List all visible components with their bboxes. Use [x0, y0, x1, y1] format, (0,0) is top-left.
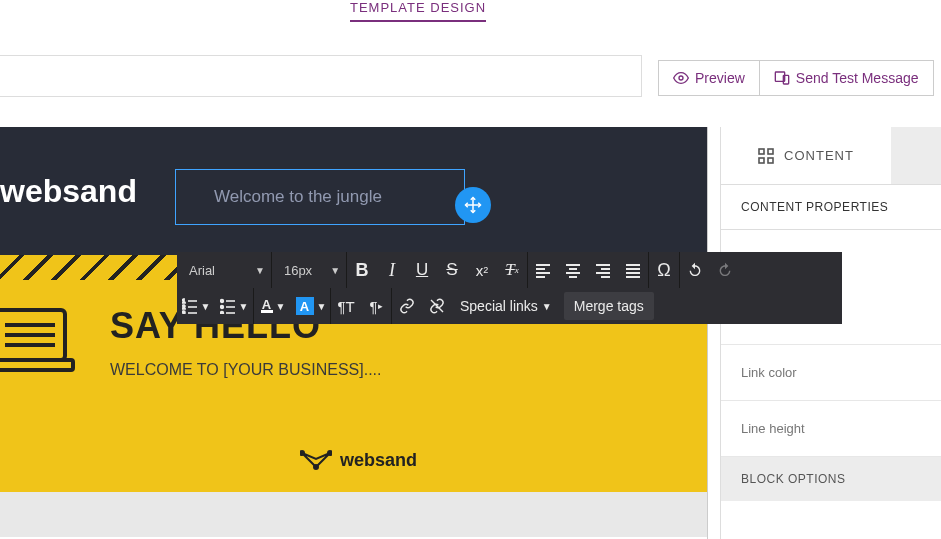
- svg-point-10: [300, 451, 304, 455]
- subject-input[interactable]: [0, 55, 642, 97]
- block-options-header: BLOCK OPTIONS: [721, 457, 941, 501]
- logo-mark-icon: [300, 449, 332, 471]
- unlink-button[interactable]: [422, 288, 452, 324]
- grey-block[interactable]: [0, 492, 707, 537]
- svg-rect-9: [0, 360, 73, 370]
- line-height-row[interactable]: Line height: [721, 401, 941, 457]
- laptop-icon: [0, 300, 85, 400]
- tab-content[interactable]: CONTENT: [721, 127, 891, 184]
- chevron-down-icon: ▼: [542, 301, 552, 312]
- svg-rect-43: [768, 149, 773, 154]
- ordered-list-button[interactable]: 123▼: [177, 288, 215, 324]
- chevron-down-icon: ▼: [330, 265, 340, 276]
- footer-logo-text: websand: [340, 450, 417, 471]
- link-color-row[interactable]: Link color: [721, 345, 941, 401]
- underline-button[interactable]: U: [407, 252, 437, 288]
- special-char-button[interactable]: Ω: [649, 252, 679, 288]
- move-handle[interactable]: [455, 187, 491, 223]
- svg-point-36: [220, 306, 223, 309]
- redo-button[interactable]: [710, 252, 740, 288]
- strikethrough-button[interactable]: S: [437, 252, 467, 288]
- chevron-down-icon: ▼: [276, 301, 286, 312]
- merge-tags-button[interactable]: Merge tags: [564, 292, 654, 320]
- preview-button[interactable]: Preview: [658, 60, 759, 96]
- svg-point-37: [220, 312, 223, 314]
- chevron-down-icon: ▼: [239, 301, 249, 312]
- footer-logo: websand: [300, 449, 417, 471]
- svg-point-11: [328, 451, 332, 455]
- grid-icon: [758, 148, 774, 164]
- content-properties-header: CONTENT PROPERTIES: [721, 185, 941, 230]
- svg-rect-44: [759, 158, 764, 163]
- svg-point-35: [220, 300, 223, 303]
- highlight-color-button[interactable]: A▼: [292, 288, 330, 324]
- send-test-button[interactable]: Send Test Message: [759, 60, 934, 96]
- bold-button[interactable]: B: [347, 252, 377, 288]
- font-family-select[interactable]: Arial▼: [177, 252, 272, 288]
- align-right-button[interactable]: [588, 252, 618, 288]
- unordered-list-button[interactable]: ▼: [215, 288, 253, 324]
- undo-button[interactable]: [680, 252, 710, 288]
- svg-point-0: [679, 76, 683, 80]
- font-color-button[interactable]: A▼: [254, 288, 292, 324]
- eye-icon: [673, 70, 689, 86]
- chevron-down-icon: ▼: [255, 265, 265, 276]
- tab-other[interactable]: [891, 127, 941, 184]
- svg-point-12: [314, 465, 318, 469]
- device-icon: [774, 70, 790, 86]
- link-button[interactable]: [392, 288, 422, 324]
- selected-text-block[interactable]: Welcome to the jungle: [175, 169, 465, 225]
- svg-text:3: 3: [182, 310, 186, 314]
- hero-subtitle: WELCOME TO [YOUR BUSINESS]....: [110, 361, 707, 379]
- special-links-dropdown[interactable]: Special links▼: [452, 288, 560, 324]
- align-center-button[interactable]: [558, 252, 588, 288]
- chevron-down-icon: ▼: [201, 301, 211, 312]
- clear-format-button[interactable]: Tx: [497, 252, 527, 288]
- send-test-label: Send Test Message: [796, 70, 919, 86]
- rich-text-toolbar: Arial▼ 16px▼ B I U S x2 Tx Ω 123▼ ▼ A▼ A…: [177, 252, 842, 324]
- move-icon: [464, 196, 482, 214]
- align-justify-button[interactable]: [618, 252, 648, 288]
- paragraph-rtl-button[interactable]: ¶T: [331, 288, 361, 324]
- align-left-button[interactable]: [528, 252, 558, 288]
- font-size-select[interactable]: 16px▼: [272, 252, 347, 288]
- italic-button[interactable]: I: [377, 252, 407, 288]
- paragraph-ltr-button[interactable]: ¶▸: [361, 288, 391, 324]
- tab-content-label: CONTENT: [784, 148, 854, 163]
- svg-rect-45: [768, 158, 773, 163]
- header-logo: websand: [0, 173, 137, 210]
- superscript-button[interactable]: x2: [467, 252, 497, 288]
- email-canvas: websand Welcome to the jungle SAY HELLO …: [0, 127, 708, 539]
- svg-rect-42: [759, 149, 764, 154]
- side-panel: CONTENT CONTENT PROPERTIES Link color Li…: [720, 127, 941, 539]
- chevron-down-icon: ▼: [317, 301, 327, 312]
- preview-label: Preview: [695, 70, 745, 86]
- email-header-block[interactable]: websand Welcome to the jungle: [0, 127, 707, 255]
- tab-template-design[interactable]: TEMPLATE DESIGN: [350, 0, 486, 22]
